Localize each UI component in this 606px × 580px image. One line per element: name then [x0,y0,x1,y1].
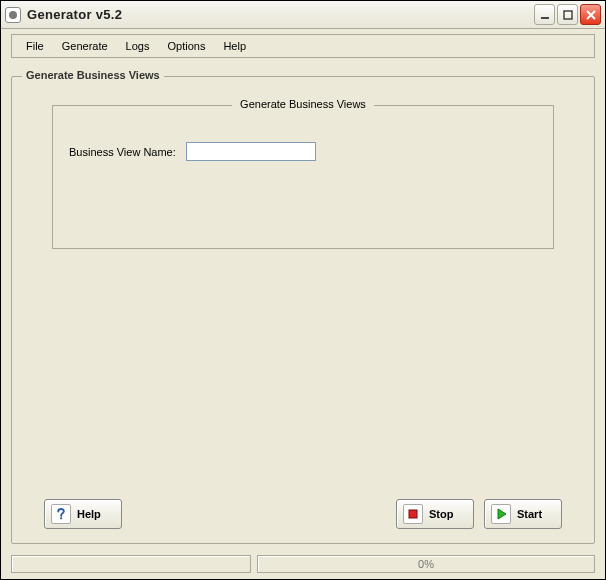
svg-rect-3 [409,510,417,518]
play-icon [491,504,511,524]
outer-fieldset: Generate Business Views Generate Busines… [11,76,595,544]
start-button-label: Start [517,508,542,520]
inner-fieldset: Generate Business Views Business View Na… [52,105,554,249]
app-window: Generator v5.2 File Generate Logs Option… [0,0,606,580]
progress-bar: 0% [257,555,595,573]
status-left [11,555,251,573]
menu-help[interactable]: Help [215,38,254,54]
minimize-button[interactable] [534,4,555,25]
help-button-label: Help [77,508,101,520]
inner-fieldset-title: Generate Business Views [232,98,374,110]
titlebar: Generator v5.2 [1,1,605,29]
stop-button[interactable]: Stop [396,499,474,529]
svg-marker-4 [498,509,506,519]
content-area: Generate Business Views Generate Busines… [11,68,595,545]
svg-rect-0 [541,17,549,19]
form-row: Business View Name: [69,142,537,161]
window-title: Generator v5.2 [27,7,534,22]
stop-button-label: Stop [429,508,453,520]
menu-logs[interactable]: Logs [118,38,158,54]
business-view-name-label: Business View Name: [69,146,176,158]
business-view-name-input[interactable] [186,142,316,161]
progress-text: 0% [418,558,434,570]
maximize-button[interactable] [557,4,578,25]
help-icon [51,504,71,524]
close-button[interactable] [580,4,601,25]
stop-icon [403,504,423,524]
help-button[interactable]: Help [44,499,122,529]
menu-file[interactable]: File [18,38,52,54]
start-button[interactable]: Start [484,499,562,529]
outer-fieldset-title: Generate Business Views [22,69,164,81]
svg-rect-1 [564,11,572,19]
statusbar: 0% [1,555,605,579]
button-row: Help Stop Start [12,499,594,529]
menu-generate[interactable]: Generate [54,38,116,54]
menubar: File Generate Logs Options Help [11,34,595,58]
menu-options[interactable]: Options [159,38,213,54]
window-controls [534,4,601,25]
svg-point-2 [60,517,62,519]
app-icon [5,7,21,23]
